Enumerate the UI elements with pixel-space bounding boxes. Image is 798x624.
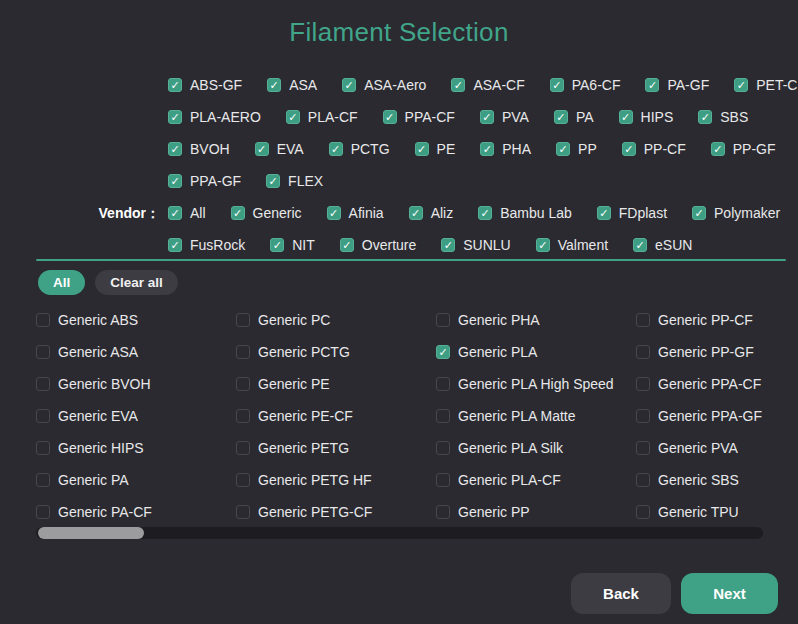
checkbox-unchecked-icon <box>636 505 650 519</box>
filament-checkbox[interactable]: ✓PLA-AERO <box>168 109 261 125</box>
profile-checkbox-label: Generic PLA <box>458 344 537 360</box>
checkbox-unchecked-icon <box>236 345 250 359</box>
filament-checkbox[interactable]: ✓ASA <box>267 77 317 93</box>
filament-checkbox[interactable]: ✓PHA <box>480 141 531 157</box>
filament-checkbox[interactable]: ✓ASA-CF <box>451 77 524 93</box>
filament-checkbox[interactable]: ✓SBS <box>698 109 748 125</box>
profile-checkbox[interactable]: Generic PETG HF <box>236 464 436 496</box>
filament-checkbox-label: PP-GF <box>733 141 776 157</box>
profile-checkbox[interactable]: Generic PC <box>236 304 436 336</box>
checkbox-unchecked-icon <box>236 409 250 423</box>
vendor-checkbox[interactable]: ✓Polymaker <box>692 205 780 221</box>
filament-checkbox[interactable]: ✓PP-CF <box>622 141 686 157</box>
profile-checkbox-label: Generic BVOH <box>58 376 151 392</box>
filament-checkbox[interactable]: ✓PP <box>556 141 597 157</box>
checkbox-checked-icon: ✓ <box>451 78 465 92</box>
profile-checkbox[interactable]: Generic PETG <box>236 432 436 464</box>
filament-checkbox-label: PPA-GF <box>190 173 241 189</box>
filament-checkbox[interactable]: ✓PA <box>554 109 594 125</box>
profile-checkbox[interactable]: Generic PP <box>436 496 636 528</box>
filament-checkbox[interactable]: ✓PLA-CF <box>286 109 358 125</box>
profile-checkbox[interactable]: Generic PLA Matte <box>436 400 636 432</box>
profile-checkbox[interactable]: Generic ABS <box>36 304 236 336</box>
profile-checkbox[interactable]: Generic PE <box>236 368 436 400</box>
back-button[interactable]: Back <box>571 573 671 614</box>
checkbox-unchecked-icon <box>36 441 50 455</box>
profile-checkbox[interactable]: Generic TPU <box>636 496 791 528</box>
checkbox-checked-icon: ✓ <box>734 78 748 92</box>
profile-checkbox[interactable]: Generic PA <box>36 464 236 496</box>
checkbox-unchecked-icon <box>236 313 250 327</box>
filament-checkbox[interactable]: ✓PP-GF <box>711 141 776 157</box>
checkbox-checked-icon: ✓ <box>645 78 659 92</box>
checkbox-unchecked-icon <box>636 473 650 487</box>
filament-checkbox-label: FLEX <box>288 173 323 189</box>
filament-checkbox[interactable]: ✓PET-CF <box>734 77 798 93</box>
profile-checkbox[interactable]: Generic PLA-CF <box>436 464 636 496</box>
vendor-checkbox[interactable]: ✓eSUN <box>633 237 692 253</box>
profile-checkbox[interactable]: Generic PP-GF <box>636 336 791 368</box>
profile-checkbox-label: Generic PC <box>258 312 330 328</box>
filament-checkbox[interactable]: ✓HIPS <box>619 109 674 125</box>
filament-checkbox[interactable]: ✓PE <box>415 141 456 157</box>
select-all-button[interactable]: All <box>38 270 85 295</box>
vendor-checkbox[interactable]: ✓Bambu Lab <box>478 205 572 221</box>
vendor-checkbox[interactable]: ✓Valment <box>536 237 608 253</box>
filament-checkbox[interactable]: ✓PA-GF <box>645 77 709 93</box>
horizontal-scrollbar-track[interactable] <box>36 527 763 539</box>
filament-checkbox-label: HIPS <box>641 109 674 125</box>
vendor-checkbox-label: Aliz <box>431 205 454 221</box>
profile-checkbox[interactable]: Generic PLA High Speed <box>436 368 636 400</box>
filament-checkbox-label: PPA-CF <box>405 109 455 125</box>
filament-checkbox-label: PCTG <box>351 141 390 157</box>
profile-checkbox[interactable]: Generic PLA Silk <box>436 432 636 464</box>
filament-checkbox[interactable]: ✓FLEX <box>266 173 323 189</box>
filament-checkbox[interactable]: ✓EVA <box>255 141 304 157</box>
checkbox-unchecked-icon <box>36 377 50 391</box>
filament-checkbox[interactable]: ✓PA6-CF <box>550 77 621 93</box>
vendor-checkbox[interactable]: ✓Aliz <box>409 205 454 221</box>
horizontal-scrollbar-thumb[interactable] <box>38 527 144 539</box>
vendor-checkbox[interactable]: ✓Generic <box>231 205 302 221</box>
filament-checkbox[interactable]: ✓PVA <box>480 109 529 125</box>
vendor-checkbox[interactable]: ✓All <box>168 205 206 221</box>
profile-checkbox[interactable]: Generic EVA <box>36 400 236 432</box>
filament-checkbox[interactable]: ✓BVOH <box>168 141 230 157</box>
filament-checkbox[interactable]: ✓ASA-Aero <box>342 77 426 93</box>
filament-checkbox-label: BVOH <box>190 141 230 157</box>
vendor-checkbox[interactable]: ✓Afinia <box>327 205 384 221</box>
filament-checkbox[interactable]: ✓PCTG <box>329 141 390 157</box>
vendor-checkbox[interactable]: ✓NIT <box>270 237 315 253</box>
clear-all-button[interactable]: Clear all <box>95 270 178 295</box>
profile-checkbox[interactable]: Generic PPA-GF <box>636 400 791 432</box>
next-button[interactable]: Next <box>681 573 778 614</box>
filament-profile-grid: Generic ABSGeneric PCGeneric PHAGeneric … <box>36 304 791 528</box>
profile-checkbox[interactable]: Generic PA-CF <box>36 496 236 528</box>
profile-checkbox-label: Generic EVA <box>58 408 138 424</box>
profile-checkbox[interactable]: Generic PVA <box>636 432 791 464</box>
vendor-checkbox[interactable]: ✓SUNLU <box>441 237 510 253</box>
filament-checkbox[interactable]: ✓PPA-CF <box>383 109 455 125</box>
vendor-checkbox[interactable]: ✓FDplast <box>597 205 667 221</box>
profile-checkbox[interactable]: Generic ASA <box>36 336 236 368</box>
profile-checkbox[interactable]: Generic HIPS <box>36 432 236 464</box>
profile-checkbox[interactable]: ✓Generic PLA <box>436 336 636 368</box>
filament-checkbox[interactable]: ✓ABS-GF <box>168 77 242 93</box>
vendor-checkbox-label: NIT <box>292 237 315 253</box>
profile-checkbox[interactable]: Generic SBS <box>636 464 791 496</box>
profile-checkbox[interactable]: Generic PETG-CF <box>236 496 436 528</box>
filament-checkbox[interactable]: ✓PPA-GF <box>168 173 241 189</box>
profile-checkbox[interactable]: Generic BVOH <box>36 368 236 400</box>
checkbox-unchecked-icon <box>236 505 250 519</box>
filament-checkbox-label: PA-GF <box>667 77 709 93</box>
profile-checkbox[interactable]: Generic PE-CF <box>236 400 436 432</box>
filament-vendor-section: ✓ABS-GF✓ASA✓ASA-Aero✓ASA-CF✓PA6-CF✓PA-GF… <box>168 69 783 261</box>
profile-checkbox[interactable]: Generic PPA-CF <box>636 368 791 400</box>
vendor-checkbox-label: FusRock <box>190 237 245 253</box>
filament-checkbox-label: SBS <box>720 109 748 125</box>
profile-checkbox[interactable]: Generic PCTG <box>236 336 436 368</box>
vendor-checkbox[interactable]: ✓FusRock <box>168 237 245 253</box>
profile-checkbox[interactable]: Generic PP-CF <box>636 304 791 336</box>
vendor-checkbox[interactable]: ✓Overture <box>340 237 416 253</box>
profile-checkbox[interactable]: Generic PHA <box>436 304 636 336</box>
